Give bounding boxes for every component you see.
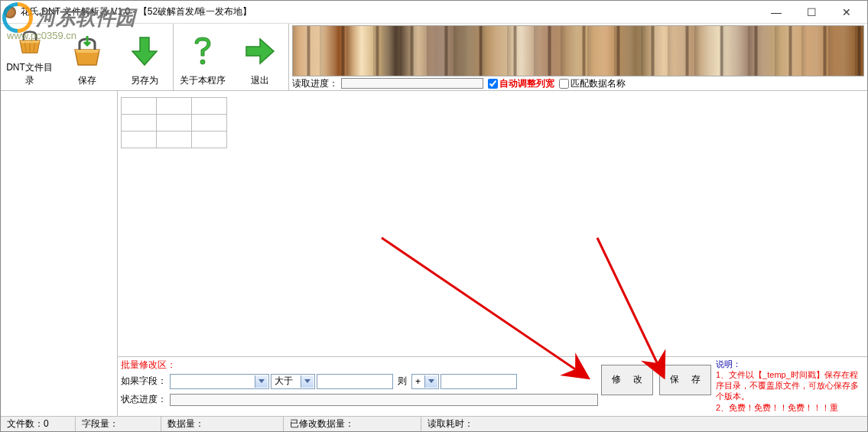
save-label: 保存 <box>78 74 96 87</box>
modify-button[interactable]: 修 改 <box>601 365 653 395</box>
window-title: 花氏 DNT 文件解析器 V1.0 - 【52破解首发/唯一发布地】 <box>21 5 252 18</box>
dnt-directory-label: DNT文件目录 <box>2 61 57 87</box>
svg-point-3 <box>200 60 205 64</box>
then-label: 则 <box>398 375 407 388</box>
save-as-label: 另存为 <box>131 74 158 87</box>
data-grid[interactable] <box>121 97 227 148</box>
app-icon <box>4 6 16 18</box>
close-button[interactable]: ✕ <box>829 1 864 24</box>
action-combobox[interactable]: + <box>411 374 439 389</box>
status-progress-bar <box>170 394 598 406</box>
batch-edit-zone: 批量修改区： 如果字段： 大于 则 + 状态进度： 修 改 保 存 说明 <box>118 356 867 416</box>
batch-title: 批量修改区： <box>121 359 598 372</box>
data-grid-area[interactable] <box>118 91 867 356</box>
arrow-down-green-icon <box>126 33 163 70</box>
status-fields: 字段量： <box>76 417 161 431</box>
basket-orange-icon <box>11 27 48 57</box>
match-name-checkbox[interactable]: 匹配数据名称 <box>559 77 626 90</box>
about-label: 关于本程序 <box>180 74 226 87</box>
if-field-label: 如果字段： <box>121 375 167 388</box>
titlebar: 花氏 DNT 文件解析器 V1.0 - 【52破解首发/唯一发布地】 — ☐ ✕ <box>1 1 867 24</box>
maximize-button[interactable]: ☐ <box>794 1 829 24</box>
toolbar: DNT文件目录 保存 另存为 关于本程序 <box>1 24 867 91</box>
read-progress-bar <box>341 78 483 89</box>
exit-button[interactable]: 退出 <box>231 24 288 90</box>
status-files: 文件数：0 <box>1 417 76 431</box>
batch-save-button[interactable]: 保 存 <box>659 365 711 395</box>
arrow-right-green-icon <box>242 33 278 70</box>
status-modified: 已修改数据量： <box>284 417 421 431</box>
status-progress-label: 状态进度： <box>121 393 167 406</box>
auto-width-checkbox[interactable]: 自动调整列宽 <box>488 77 554 90</box>
compare-value-input[interactable] <box>317 374 393 389</box>
exit-label: 退出 <box>251 74 269 87</box>
save-button[interactable]: 保存 <box>58 24 115 90</box>
field-combobox[interactable] <box>170 374 269 389</box>
read-progress-label: 读取进度： <box>292 77 338 90</box>
operator-combobox[interactable]: 大于 <box>271 374 315 389</box>
help-box: 说明： 1、文件以【_temp_时间戳】保存在程序目录，不覆盖原文件，可放心保存… <box>714 359 864 413</box>
save-as-button[interactable]: 另存为 <box>115 24 173 90</box>
statusbar: 文件数：0 字段量： 数据量： 已修改数据量： 读取耗时： <box>1 416 867 431</box>
action-value-input[interactable] <box>441 374 517 389</box>
question-mark-icon <box>184 33 221 70</box>
file-list-panel <box>1 91 118 416</box>
about-button[interactable]: 关于本程序 <box>174 24 231 90</box>
status-data: 数据量： <box>161 417 284 431</box>
banner-image <box>292 25 864 76</box>
basket-down-icon <box>69 33 106 70</box>
minimize-button[interactable]: — <box>759 1 794 24</box>
dnt-directory-button[interactable]: DNT文件目录 <box>1 24 58 90</box>
status-time: 读取耗时： <box>421 417 867 431</box>
